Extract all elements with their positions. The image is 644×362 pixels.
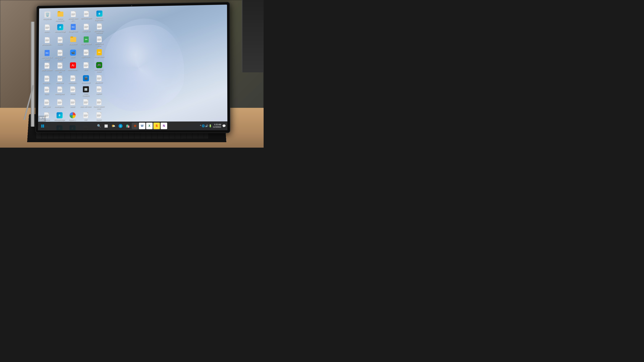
icon-image-myvitaminaps3 bbox=[83, 10, 90, 17]
taskbar-notification[interactable]: 💬 bbox=[222, 124, 226, 128]
icon-label-printer-video: printers video pro... bbox=[68, 18, 79, 22]
desktop-icon-notes[interactable]: #notes bbox=[67, 85, 79, 98]
icon-image-screentogif: 🎬 bbox=[83, 75, 89, 82]
desktop-icon-google-sheets[interactable]: Sht Google Sheets bbox=[80, 35, 92, 48]
icon-image-dentist bbox=[96, 112, 102, 118]
desktop-icon-new-how-to-alible[interactable]: Doc New How To In Al'Alible bbox=[41, 49, 53, 61]
icon-label-rollover-fidelity: Rollover Icons Fidelity bbox=[54, 56, 66, 60]
desktop-icon-www-icon[interactable]: www.e... bbox=[41, 23, 53, 36]
icon-image-ms-edge-copy: e bbox=[56, 112, 63, 118]
icon-image-captlain bbox=[96, 86, 102, 92]
icon-label-lhrp12: lhrp12 bbox=[44, 93, 49, 95]
taskbar-ms-store[interactable]: 🛍️ bbox=[124, 123, 131, 129]
desktop-icon-kathryn-list[interactable]: Kathryn list bbox=[80, 23, 92, 35]
icon-image-linda-phone-order bbox=[96, 36, 102, 42]
desktop-icon-goflex[interactable]: GoFlex HomeUPnP... bbox=[54, 10, 66, 23]
desktop-icon-meeting-prep[interactable]: Meeting prep bbox=[54, 86, 66, 98]
icon-label-meetingnow: meetingnow... bbox=[55, 106, 64, 108]
desktop-icon-google-slides[interactable]: Sld Google Slides bbox=[93, 48, 105, 61]
desktop-icon-twin-towers[interactable]: 🏢 TWIN TOWERS bbox=[80, 85, 92, 97]
taskbar-system-tray: ^ 🌐 🔊 🔋 8:35 AM 11/3/2022 💬 bbox=[200, 123, 226, 128]
desktop-icon-surfacepro[interactable]: surfacepro... bbox=[67, 74, 79, 85]
desktop-icon-current-column[interactable]: Current column notes bbox=[93, 98, 105, 110]
desktop-icon-printer-video[interactable]: printers video pro... bbox=[67, 10, 79, 22]
desktop-icon-myvitam-interview[interactable]: MyVitam-blo... Interview bbox=[93, 22, 105, 35]
icon-label-linda-phone-order: linda phone order bbox=[94, 43, 105, 47]
desktop-icon-apple-ibar[interactable]: Apple inibar... bbox=[80, 48, 92, 61]
desktop-icon-rollover-fidelity[interactable]: Rollover Icons Fidelity bbox=[54, 49, 66, 61]
desktop-icon-notepad-gear[interactable]: Notepad Gear spin bbox=[54, 62, 66, 74]
taskbar-office[interactable]: ⊕ bbox=[132, 123, 138, 129]
icon-label-surfacepro: surfacepro... bbox=[68, 82, 77, 84]
icon-label-marvelbac: marvelbac... bbox=[42, 82, 51, 84]
taskbar-center-icons: 🔍 ⬜ 🌤️ e 🛍️ ⊕ W X S N bbox=[96, 123, 167, 129]
desktop-icon-myvitaminaps3[interactable]: MyVitaminaps3 bbox=[80, 10, 92, 22]
icon-label-zoom: Zoom bbox=[71, 56, 75, 58]
desktop-icon-recycle-bin[interactable]: 🗑️ Recycle Bin bbox=[42, 11, 54, 23]
icon-label-meeting-prep: Meeting prep bbox=[55, 93, 64, 95]
desktop-icon-notes-view[interactable]: notes view bbox=[54, 74, 66, 85]
icon-image-roadlist bbox=[57, 37, 63, 43]
svg-rect-2 bbox=[41, 126, 42, 128]
desktop-icon-lhrp12[interactable]: lhrp12 bbox=[41, 86, 53, 98]
icon-label-halo-infinite: Halo Infinite - Insider bbox=[94, 69, 105, 73]
icon-label-notes-view: notes view bbox=[56, 82, 64, 84]
taskbar-edge[interactable]: e bbox=[117, 123, 124, 129]
tray-battery[interactable]: 🔋 bbox=[208, 124, 212, 127]
taskbar: 🔍 ⬜ 🌤️ e 🛍️ ⊕ W X S N ^ bbox=[38, 121, 228, 130]
icon-image-zoom: 📹 bbox=[70, 49, 76, 56]
desktop-icon-meetingnow[interactable]: meetingnow... bbox=[54, 98, 66, 111]
svg-rect-1 bbox=[43, 125, 44, 126]
desktop-icon-video-edit-notes[interactable]: video edit notes bbox=[80, 98, 92, 110]
taskbar-sticky[interactable]: S bbox=[153, 123, 160, 129]
desktop-icon-bswiftarp[interactable]: BswiftARP bbox=[93, 74, 105, 85]
desktop-icon-birds[interactable]: Birds bbox=[80, 61, 92, 74]
desktop-icon-marvelbac[interactable]: marvelbac... bbox=[41, 75, 53, 85]
desktop-icon-linda-phone-order[interactable]: linda phone order bbox=[93, 35, 105, 47]
taskbar-excel[interactable]: X bbox=[146, 123, 153, 129]
desktop-icon-unfair-numbers[interactable]: unfair numbers bbox=[41, 62, 53, 74]
taskbar-time-date[interactable]: 8:35 AM 11/3/2022 bbox=[213, 123, 221, 128]
taskbar-widgets[interactable]: 🌤️ bbox=[110, 123, 116, 129]
desktop-icon-privacywallb[interactable]: privacywallb... bbox=[41, 36, 53, 48]
icon-image-goflex bbox=[57, 11, 64, 17]
desktop-icon-imci-s300[interactable]: IMCI_s300 bbox=[40, 98, 52, 111]
icon-label-notepad-gear: Notepad Gear spin bbox=[54, 69, 66, 73]
icon-label-personal-edge-bann: Personal - Edge-bann... bbox=[94, 17, 105, 21]
icon-label-vsp: VSP bbox=[84, 119, 87, 121]
desktop-icon-captlain[interactable]: captlain bbox=[93, 85, 105, 97]
desktop-icon-screentogif[interactable]: 🎬 ScreenToGif bbox=[80, 74, 92, 85]
taskbar-sys-icons: ^ 🌐 🔊 🔋 bbox=[200, 124, 212, 127]
desktop-icon-microsoft-edge[interactable]: e Microsoft Edge bbox=[54, 23, 66, 35]
desktop-icon-personal-edge-bann[interactable]: e Personal - Edge-bann... bbox=[94, 9, 106, 22]
desktop-icon-google-docs[interactable]: Doc Google Docs bbox=[67, 23, 79, 35]
svg-rect-3 bbox=[43, 126, 44, 128]
tray-sound[interactable]: 🔊 bbox=[205, 124, 208, 127]
tray-network[interactable]: 🌐 bbox=[202, 124, 204, 127]
icon-label-notes2: notes2 bbox=[70, 106, 75, 108]
taskbar-word[interactable]: W bbox=[139, 123, 146, 129]
desktop-icon-adobe-creative[interactable]: Ai Adobe Creati... bbox=[67, 61, 79, 74]
desktop-icon-notes2[interactable]: notes2 bbox=[67, 98, 79, 111]
icon-label-imci-s300: IMCI_s300 bbox=[43, 106, 50, 108]
desktop-icon-zoom[interactable]: 📹 Zoom bbox=[67, 49, 79, 61]
icon-label-myvitam-interview: MyVitam-blo... Interview bbox=[94, 30, 105, 34]
icon-image-unfair-numbers bbox=[44, 63, 50, 69]
icon-label-notes: #notes bbox=[70, 93, 75, 95]
icon-image-google-slides: Sld bbox=[96, 49, 102, 55]
icon-label-www-icon: www.e... bbox=[44, 31, 50, 33]
desktop-icon-roadlist[interactable]: roadlist bbox=[54, 36, 66, 48]
taskbar-task-view[interactable]: ⬜ bbox=[103, 123, 109, 129]
icon-label-google-sheets: Google Sheets bbox=[81, 43, 92, 45]
start-button[interactable] bbox=[40, 123, 46, 129]
icon-image-printer-video bbox=[70, 11, 76, 17]
icon-label-unfair-numbers: unfair numbers bbox=[42, 69, 52, 71]
desktop-icon-sharevm[interactable]: SharewVM bbox=[67, 36, 79, 48]
icon-label-current-column: Current column notes bbox=[93, 106, 105, 110]
desktop-icon-halo-infinite[interactable]: 🎮 Halo Infinite - Insider bbox=[93, 61, 105, 73]
taskbar-onenote[interactable]: N bbox=[160, 123, 167, 129]
tray-up-arrow[interactable]: ^ bbox=[200, 124, 201, 127]
icon-label-google-docs: Google Docs bbox=[68, 30, 78, 32]
taskbar-search[interactable]: 🔍 bbox=[96, 123, 102, 129]
svg-rect-0 bbox=[41, 125, 42, 126]
